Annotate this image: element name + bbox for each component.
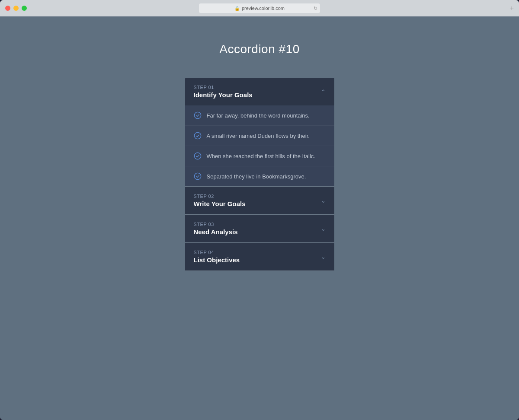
- check-icon: [194, 152, 202, 160]
- step02-label: STEP 02: [194, 194, 246, 199]
- url-bar[interactable]: 🔒 preview.colorlib.com ↻: [199, 3, 320, 13]
- chevron-down-icon-step04: ⌄: [321, 254, 326, 260]
- item-text-3: When she reached the first hills of the …: [207, 153, 315, 159]
- accordion-item-step02: STEP 02 Write Your Goals ⌄: [185, 187, 334, 215]
- svg-point-3: [194, 173, 201, 179]
- header-text-step04: STEP 04 List Objectives: [194, 250, 240, 264]
- refresh-icon[interactable]: ↻: [314, 6, 317, 11]
- list-item: When she reached the first hills of the …: [185, 146, 334, 166]
- list-item: Separated they live in Bookmarksgrove.: [185, 166, 334, 186]
- step02-title: Write Your Goals: [194, 200, 246, 207]
- chevron-down-icon-step02: ⌄: [321, 197, 326, 204]
- step03-label: STEP 03: [194, 222, 238, 227]
- accordion-header-step04[interactable]: STEP 04 List Objectives ⌄: [185, 243, 334, 270]
- step03-title: Need Analysis: [194, 228, 238, 235]
- step01-title: Identify Your Goals: [194, 91, 253, 99]
- svg-point-2: [194, 153, 201, 159]
- svg-point-1: [194, 132, 201, 139]
- header-text-step01: STEP 01 Identify Your Goals: [194, 85, 253, 99]
- header-text-step02: STEP 02 Write Your Goals: [194, 194, 246, 207]
- accordion-header-step02[interactable]: STEP 02 Write Your Goals ⌄: [185, 187, 334, 214]
- accordion: STEP 01 Identify Your Goals ⌃ Far fa: [185, 78, 334, 271]
- check-icon: [194, 172, 202, 180]
- lock-icon: 🔒: [234, 6, 240, 11]
- item-text-2: A small river named Duden flows by their…: [207, 133, 310, 139]
- chevron-up-icon-step01: ⌃: [321, 89, 326, 95]
- item-text-4: Separated they live in Bookmarksgrove.: [207, 173, 306, 180]
- accordion-header-step01[interactable]: STEP 01 Identify Your Goals ⌃: [185, 78, 334, 105]
- new-tab-button[interactable]: +: [510, 4, 514, 12]
- header-text-step03: STEP 03 Need Analysis: [194, 222, 238, 235]
- list-item: Far far away, behind the word mountains.: [185, 105, 334, 126]
- accordion-body-step01: Far far away, behind the word mountains.…: [185, 105, 334, 186]
- minimize-button[interactable]: [13, 6, 19, 11]
- step04-label: STEP 04: [194, 250, 240, 255]
- chevron-down-icon-step03: ⌄: [321, 226, 326, 232]
- check-icon: [194, 111, 202, 119]
- url-text: preview.colorlib.com: [242, 6, 285, 11]
- item-text-1: Far far away, behind the word mountains.: [207, 112, 310, 119]
- main-content: Accordion #10 STEP 01 Identify Your Goal…: [0, 16, 519, 420]
- maximize-button[interactable]: [22, 6, 27, 11]
- accordion-item-step04: STEP 04 List Objectives ⌄: [185, 243, 334, 271]
- list-item: A small river named Duden flows by their…: [185, 126, 334, 146]
- close-button[interactable]: [5, 6, 10, 11]
- titlebar: 🔒 preview.colorlib.com ↻ +: [0, 0, 519, 16]
- accordion-header-step03[interactable]: STEP 03 Need Analysis ⌄: [185, 215, 334, 242]
- browser-window: 🔒 preview.colorlib.com ↻ + Accordion #10…: [0, 0, 519, 420]
- traffic-lights: [5, 6, 27, 11]
- check-icon: [194, 132, 202, 140]
- page-title: Accordion #10: [219, 42, 300, 56]
- svg-point-0: [194, 112, 201, 118]
- step04-title: List Objectives: [194, 256, 240, 264]
- accordion-item-step03: STEP 03 Need Analysis ⌄: [185, 215, 334, 243]
- step01-label: STEP 01: [194, 85, 253, 90]
- accordion-item-step01: STEP 01 Identify Your Goals ⌃ Far fa: [185, 78, 334, 187]
